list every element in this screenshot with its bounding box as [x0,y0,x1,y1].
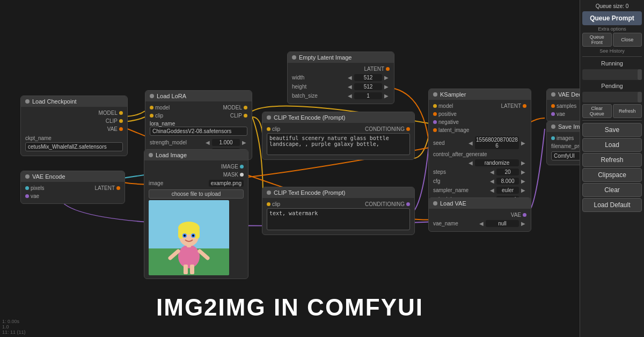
load-lora-title: Load LoRA [145,91,252,101]
latent-port[interactable] [386,67,390,71]
svg-point-15 [192,235,194,237]
strength-model-inc[interactable]: ▶ [241,140,247,145]
refresh-small-button[interactable]: Refresh [613,104,642,118]
load-checkpoint-node: Load Checkpoint MODEL CLIP VAE ckpt_nam [20,96,128,156]
latent-in-port[interactable] [433,128,437,132]
info-line1: 1: 0.00s [2,319,26,324]
clipspace-button[interactable]: Clipspace [582,168,642,182]
clip-text-prompt-node: CLIP Text Encode (Prompt) clip CONDITION… [262,112,415,160]
vae-port[interactable] [119,127,123,131]
upload-button[interactable]: choose file to upload [149,189,244,199]
height-inc[interactable]: ▶ [383,84,390,90]
load-vae-title: Load VAE [429,198,531,209]
seed-inc[interactable]: ▶ [520,140,526,146]
model-out-port[interactable] [244,106,247,109]
cond-out-port[interactable] [406,127,410,131]
running-bar [582,69,642,80]
vae-encode-node: VAE Encode pixels LATENT vae [20,171,125,204]
load-button[interactable]: Load [582,138,642,152]
node-dot [150,94,154,98]
clip-text-negative-title: CLIP Text Encode (Prompt) [262,187,414,198]
lora-name-input[interactable] [150,127,247,136]
node-dot [433,92,437,97]
svg-rect-10 [178,228,184,239]
clip-out-port[interactable] [244,114,247,118]
clear-button[interactable]: Clear [582,183,642,197]
model-port[interactable] [119,111,123,115]
negative-textarea[interactable]: text, watermark [267,208,410,230]
node-dot [292,55,296,60]
queue-size: Queue size: 0 [582,2,642,10]
ckpt-name-input[interactable] [25,142,123,151]
load-image-title: Load Image [144,150,248,160]
pixels-port[interactable] [25,186,29,190]
clip-in-port[interactable] [150,114,153,118]
width-dec[interactable]: ◀ [347,75,353,80]
steps-dec[interactable]: ◀ [489,169,495,175]
latent-out-port[interactable] [116,186,120,190]
vae-inc[interactable]: ▶ [520,221,526,226]
model-port[interactable] [433,104,437,108]
width-inc[interactable]: ▶ [383,75,390,80]
bottom-left-info: 1: 0.00s 1.0 11: 11 (11) [2,319,26,335]
running-label: Running [582,59,642,68]
vae-port[interactable] [523,213,526,217]
info-line3: 11: 11 (11) [2,329,26,335]
load-checkpoint-title: Load Checkpoint [21,96,127,107]
see-history-link[interactable]: See History [582,48,642,54]
cag-dec[interactable]: ◀ [467,160,474,166]
vae-dec[interactable]: ◀ [478,221,485,226]
model-in-port[interactable] [150,106,153,109]
images-port[interactable] [551,136,555,140]
refresh-button[interactable]: Refresh [582,153,642,167]
save-button[interactable]: Save [582,123,642,137]
batch-dec[interactable]: ◀ [347,93,353,99]
svg-point-2 [178,245,200,268]
node-dot [25,99,30,104]
clip-in-port[interactable] [267,202,270,206]
cfg-inc[interactable]: ▶ [520,178,526,184]
svg-rect-3 [184,265,188,274]
close-button[interactable]: Close [613,33,642,47]
divider [582,56,642,57]
sname-inc[interactable]: ▶ [520,187,526,193]
running-scrollbar[interactable] [638,69,642,80]
pending-scrollbar[interactable] [638,92,642,102]
queue-front-button[interactable]: Queue Front [582,33,612,47]
neg-port[interactable] [433,120,437,124]
bottom-title: IMG2IMG IN COMFYUI [0,294,580,321]
vae-port[interactable] [551,112,555,116]
latent-port[interactable] [523,104,526,108]
info-line2: 1.0 [2,324,26,329]
mask-port[interactable] [240,173,244,177]
cag-inc[interactable]: ▶ [520,160,526,166]
image-port[interactable] [240,165,244,169]
node-dot [551,124,555,129]
divider2 [582,120,642,121]
vae-encode-title: VAE Encode [21,171,125,182]
pos-port[interactable] [433,112,437,116]
steps-inc[interactable]: ▶ [520,169,526,175]
pending-bar [582,92,642,102]
cfg-dec[interactable]: ◀ [489,178,495,184]
clip-port[interactable] [119,119,123,123]
prompt-textarea[interactable]: beautiful scenery nature glass bottle la… [267,133,410,155]
right-panel: Queue size: 0 Queue Prompt Extra options… [580,0,644,337]
cond-out-port[interactable] [406,202,410,206]
node-dot [267,115,271,120]
seed-dec[interactable]: ◀ [467,140,474,146]
samples-port[interactable] [551,104,555,108]
node-dot [267,191,271,195]
height-dec[interactable]: ◀ [347,84,353,90]
load-vae-node: Load VAE VAE vae_name ◀ null ▶ [428,197,531,232]
clip-in-port[interactable] [267,127,270,131]
clear-queue-button[interactable]: Clear Queue [582,104,612,118]
queue-prompt-button[interactable]: Queue Prompt [582,11,642,25]
empty-latent-node: Empty Latent Image LATENT width ◀ 512 ▶ … [287,52,394,104]
vae-port[interactable] [25,194,29,198]
sname-dec[interactable]: ◀ [489,187,495,193]
empty-latent-title: Empty Latent Image [288,52,394,63]
load-default-button[interactable]: Load Default [582,198,642,212]
strength-model-dec[interactable]: ◀ [204,140,211,145]
batch-inc[interactable]: ▶ [383,93,390,99]
